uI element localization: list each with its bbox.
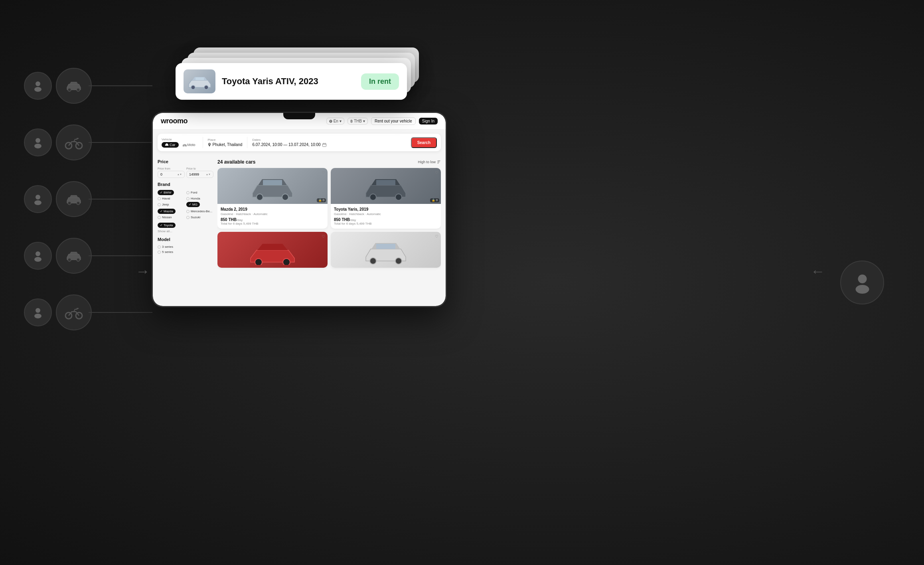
heart-icon-red[interactable]: ♡: [322, 234, 325, 239]
svg-point-23: [204, 85, 208, 89]
svg-point-36: [257, 194, 263, 200]
price-to-arrows: ▲▼: [206, 173, 211, 176]
main-content: Price Price from 0 ▲▼ Price to 14999 ▲▼: [153, 155, 446, 304]
brand-tag-toyota[interactable]: ✓ Toyota: [158, 223, 176, 228]
brand-item-ford[interactable]: Ford: [186, 190, 213, 195]
tablet-notch: [283, 113, 315, 119]
price-to-label: Price to: [186, 167, 213, 170]
svg-point-22: [191, 85, 195, 89]
brand-radio-suzuki: [186, 216, 190, 219]
car-card-yaris[interactable]: ♡ 🔒 0 Toyota Yaris, 2019 Gasoline · Hatc…: [331, 168, 441, 229]
brand-item-mg[interactable]: ✓ MG: [186, 202, 213, 207]
vehicle-icon-2: [56, 124, 92, 160]
car-card-white[interactable]: ♡: [331, 232, 441, 268]
brand-tag-mg[interactable]: ✓ MG: [186, 202, 200, 207]
brand-item-suzuki[interactable]: Suzuki: [186, 215, 213, 219]
car-name-yaris: Toyota Yaris, 2019: [334, 207, 438, 211]
svg-point-11: [77, 202, 80, 205]
car-card-red[interactable]: ♡: [217, 232, 328, 268]
brand-item-honda[interactable]: Honda: [186, 197, 213, 200]
svg-point-41: [255, 259, 262, 265]
brand-item-mercedes[interactable]: Mercedes-Be...: [186, 209, 213, 214]
model-item-3series[interactable]: 3 series: [158, 245, 213, 249]
user-avatar-2: [24, 128, 52, 156]
language-selector[interactable]: En ▾: [326, 118, 344, 124]
sign-in-button[interactable]: Sign In: [419, 118, 438, 124]
brand-item-haval[interactable]: Haval: [158, 197, 185, 200]
price-from-label: Price from: [158, 167, 185, 170]
car-card-img-red: ♡: [217, 232, 328, 268]
currency-selector[interactable]: ฿ THB ▾: [347, 118, 368, 124]
price-from-input[interactable]: 0 ▲▼: [158, 171, 185, 178]
car-card-img-white: ♡: [331, 232, 441, 268]
svg-point-13: [34, 257, 41, 262]
navbar-right: En ▾ ฿ THB ▾ Rent out your vehicle Sign …: [326, 117, 438, 125]
vehicle-label: Vehicle: [162, 138, 198, 141]
browser-content: wroomo En ▾ ฿ THB ▾ Rent out your vehicl…: [153, 113, 446, 306]
user-vehicle-pair-2: [24, 124, 152, 160]
svg-point-42: [283, 259, 290, 265]
left-user-list: [24, 68, 152, 307]
price-to-input[interactable]: 14999 ▲▼: [186, 171, 213, 178]
svg-rect-24: [195, 77, 204, 80]
svg-rect-35: [263, 180, 282, 185]
svg-point-16: [36, 308, 40, 313]
dates-label: Dates: [252, 138, 326, 142]
brand-item-toyota[interactable]: ✓ Toyota: [158, 221, 213, 228]
svg-point-12: [36, 251, 40, 256]
heart-icon-mazda2[interactable]: ♡: [322, 170, 325, 175]
price-from-arrows: ▲▼: [177, 173, 182, 176]
svg-point-40: [395, 194, 402, 200]
place-input[interactable]: Phuket, Thailand: [208, 142, 243, 147]
floating-vehicle-card: Toyota Yaris ATIV, 2023 In rent: [176, 63, 407, 100]
car-card-mazda2[interactable]: ♡ 🔒 0 Mazda 2, 2019 Gasoline · Hatchback…: [217, 168, 328, 229]
model-filter-title: Model: [158, 237, 213, 242]
car-spec-mazda2: Gasoline · Hatchback · Automatic: [221, 212, 324, 216]
vehicle-icon-5: [56, 294, 92, 330]
svg-point-45: [395, 258, 402, 264]
svg-point-15: [77, 258, 80, 261]
photo-count-yaris: 🔒 0: [430, 198, 439, 202]
svg-rect-31: [322, 143, 326, 146]
heart-icon-white[interactable]: ♡: [435, 234, 438, 239]
floating-card-image: [184, 69, 215, 93]
svg-point-0: [36, 81, 40, 86]
show-all-brands[interactable]: Show all...: [158, 229, 213, 233]
svg-point-37: [282, 194, 288, 200]
sidebar-filters: Price Price from 0 ▲▼ Price to 14999 ▲▼: [158, 155, 213, 304]
car-card-img-yaris: ♡ 🔒 0: [331, 168, 441, 204]
vehicle-icon-4: [56, 238, 92, 274]
brand-tag-bmw[interactable]: ✓ BMW: [158, 190, 174, 195]
rent-vehicle-button[interactable]: Rent out your vehicle: [371, 117, 416, 125]
app-logo: wroomo: [161, 117, 188, 125]
brand-item-mazda[interactable]: ✓ Mazda: [158, 209, 185, 214]
car-card-body-yaris: Toyota Yaris, 2019 Gasoline · Hatchback …: [331, 204, 441, 229]
brand-item-nissan[interactable]: Nissan: [158, 215, 185, 219]
svg-rect-43: [376, 244, 395, 249]
sort-dropdown[interactable]: High to low: [418, 160, 441, 164]
dates-input[interactable]: 6.07.2024, 10:00 — 13.07.2024, 10:00: [252, 142, 326, 147]
arrow-right-icon: →: [136, 263, 150, 280]
car-price-mazda2: 850 THB/day: [221, 217, 324, 222]
brand-tag-mazda[interactable]: ✓ Mazda: [158, 209, 176, 214]
model-item-5series[interactable]: 5 series: [158, 250, 213, 254]
brand-item-jeep[interactable]: Jeep: [158, 202, 185, 207]
brand-radio-ford: [186, 191, 190, 194]
brand-item-bmw[interactable]: ✓ BMW: [158, 190, 185, 195]
heart-icon-yaris[interactable]: ♡: [435, 170, 438, 175]
brand-filter-title: Brand: [158, 182, 213, 187]
car-card-img-mazda2: ♡ 🔒 0: [217, 168, 328, 204]
vehicle-tabs: Car Moto: [162, 142, 198, 148]
car-spec-yaris: Gasoline · Hatchback · Automatic: [334, 212, 438, 216]
svg-point-2: [68, 88, 71, 91]
svg-point-44: [370, 258, 376, 264]
svg-point-17: [34, 314, 41, 318]
moto-tab[interactable]: Moto: [180, 142, 198, 148]
car-total-yaris: Total for 6 days 5,499 THB: [334, 222, 438, 225]
car-tab[interactable]: Car: [162, 142, 179, 148]
search-button[interactable]: Search: [411, 137, 437, 148]
right-user-circle: [840, 261, 884, 304]
svg-point-20: [858, 275, 867, 283]
dates-section: Dates 6.07.2024, 10:00 — 13.07.2024, 10:…: [252, 138, 326, 147]
brand-radio-jeep: [158, 203, 161, 206]
